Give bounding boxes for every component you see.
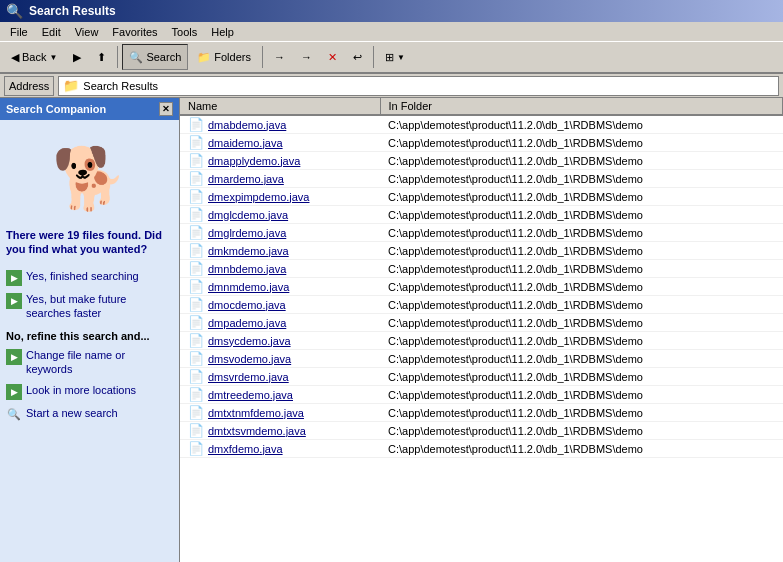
- table-header-row: Name In Folder: [180, 98, 783, 115]
- file-icon: 📄: [188, 333, 204, 348]
- file-name-cell: 📄dmardemo.java: [180, 170, 380, 188]
- menu-edit[interactable]: Edit: [36, 24, 67, 40]
- file-name-link[interactable]: dmaidemo.java: [208, 137, 283, 149]
- table-row[interactable]: 📄dmglrdemo.javaC:\app\demotest\product\1…: [180, 224, 783, 242]
- menu-favorites[interactable]: Favorites: [106, 24, 163, 40]
- file-name-link[interactable]: dmtxtnmfdemo.java: [208, 407, 304, 419]
- address-value: Search Results: [83, 80, 158, 92]
- menu-view[interactable]: View: [69, 24, 105, 40]
- option-look-more[interactable]: ▶ Look in more locations: [6, 383, 173, 400]
- file-name-link[interactable]: dmsvodemo.java: [208, 353, 291, 365]
- file-icon: 📄: [188, 225, 204, 240]
- table-row[interactable]: 📄dmnmdemo.javaC:\app\demotest\product\11…: [180, 278, 783, 296]
- menu-help[interactable]: Help: [205, 24, 240, 40]
- file-name-cell: 📄dmapplydemo.java: [180, 152, 380, 170]
- table-row[interactable]: 📄dmsvrdemo.javaC:\app\demotest\product\1…: [180, 368, 783, 386]
- back-button[interactable]: ◀ Back ▼: [4, 44, 64, 70]
- file-name-link[interactable]: dmtreedemo.java: [208, 389, 293, 401]
- folders-label: Folders: [214, 51, 251, 63]
- file-name-link[interactable]: dmsvrdemo.java: [208, 371, 289, 383]
- table-row[interactable]: 📄dmardemo.javaC:\app\demotest\product\11…: [180, 170, 783, 188]
- file-icon: 📄: [188, 405, 204, 420]
- address-field[interactable]: 📁 Search Results: [58, 76, 779, 96]
- file-folder-cell: C:\app\demotest\product\11.2.0\db_1\RDBM…: [380, 242, 783, 260]
- address-bar: Address 📁 Search Results: [0, 74, 783, 98]
- file-name-link[interactable]: dmkmdemo.java: [208, 245, 289, 257]
- file-name-link[interactable]: dmsycdemo.java: [208, 335, 291, 347]
- toolbar-separator-2: [262, 46, 263, 68]
- file-folder-cell: C:\app\demotest\product\11.2.0\db_1\RDBM…: [380, 260, 783, 278]
- file-name-link[interactable]: dmxfdemo.java: [208, 443, 283, 455]
- file-folder-cell: C:\app\demotest\product\11.2.0\db_1\RDBM…: [380, 115, 783, 134]
- file-name-cell: 📄dmnbdemo.java: [180, 260, 380, 278]
- file-icon: 📄: [188, 243, 204, 258]
- search-button[interactable]: 🔍 Search: [122, 44, 188, 70]
- file-icon: 📄: [188, 135, 204, 150]
- file-name-cell: 📄dmnmdemo.java: [180, 278, 380, 296]
- column-name[interactable]: Name: [180, 98, 380, 115]
- file-icon: 📄: [188, 153, 204, 168]
- folders-button[interactable]: 📁 Folders: [190, 44, 258, 70]
- undo-button[interactable]: ↩: [346, 44, 369, 70]
- file-name-link[interactable]: dmardemo.java: [208, 173, 284, 185]
- file-icon: 📄: [188, 261, 204, 276]
- table-row[interactable]: 📄dmpademo.javaC:\app\demotest\product\11…: [180, 314, 783, 332]
- menu-tools[interactable]: Tools: [166, 24, 204, 40]
- file-name-link[interactable]: dmnbdemo.java: [208, 263, 286, 275]
- table-row[interactable]: 📄dmtxtsvmdemo.javaC:\app\demotest\produc…: [180, 422, 783, 440]
- file-name-link[interactable]: dmnmdemo.java: [208, 281, 289, 293]
- table-row[interactable]: 📄dmsvodemo.javaC:\app\demotest\product\1…: [180, 350, 783, 368]
- file-folder-cell: C:\app\demotest\product\11.2.0\db_1\RDBM…: [380, 422, 783, 440]
- file-folder-cell: C:\app\demotest\product\11.2.0\db_1\RDBM…: [380, 368, 783, 386]
- file-name-link[interactable]: dmabdemo.java: [208, 119, 286, 131]
- table-row[interactable]: 📄dmtreedemo.javaC:\app\demotest\product\…: [180, 386, 783, 404]
- file-name-link[interactable]: dmapplydemo.java: [208, 155, 300, 167]
- file-name-link[interactable]: dmglrdemo.java: [208, 227, 286, 239]
- back-dropdown-icon: ▼: [49, 53, 57, 62]
- file-icon: 📄: [188, 369, 204, 384]
- file-name-link[interactable]: dmglcdemo.java: [208, 209, 288, 221]
- table-row[interactable]: 📄dmnbdemo.javaC:\app\demotest\product\11…: [180, 260, 783, 278]
- option-new-search[interactable]: 🔍 Start a new search: [6, 406, 173, 423]
- table-row[interactable]: 📄dmapplydemo.javaC:\app\demotest\product…: [180, 152, 783, 170]
- file-name-link[interactable]: dmexpimpdemo.java: [208, 191, 310, 203]
- file-name-link[interactable]: dmocdemo.java: [208, 299, 286, 311]
- companion-close-button[interactable]: ✕: [159, 102, 173, 116]
- table-row[interactable]: 📄dmxfdemo.javaC:\app\demotest\product\11…: [180, 440, 783, 458]
- copy-to-button[interactable]: →: [294, 44, 319, 70]
- option-change-name[interactable]: ▶ Change file name or keywords: [6, 348, 173, 377]
- companion-header: Search Companion ✕: [0, 98, 179, 120]
- move-to-button[interactable]: →: [267, 44, 292, 70]
- menu-file[interactable]: File: [4, 24, 34, 40]
- views-button[interactable]: ⊞ ▼: [378, 44, 412, 70]
- table-row[interactable]: 📄dmglcdemo.javaC:\app\demotest\product\1…: [180, 206, 783, 224]
- table-row[interactable]: 📄dmabdemo.javaC:\app\demotest\product\11…: [180, 115, 783, 134]
- table-row[interactable]: 📄dmsycdemo.javaC:\app\demotest\product\1…: [180, 332, 783, 350]
- table-row[interactable]: 📄dmocdemo.javaC:\app\demotest\product\11…: [180, 296, 783, 314]
- table-row[interactable]: 📄dmtxtnmfdemo.javaC:\app\demotest\produc…: [180, 404, 783, 422]
- up-button[interactable]: ⬆: [90, 44, 113, 70]
- option-look-more-text: Look in more locations: [26, 383, 136, 397]
- option-yes-faster-text: Yes, but make future searches faster: [26, 292, 173, 321]
- table-row[interactable]: 📄dmaidemo.javaC:\app\demotest\product\11…: [180, 134, 783, 152]
- search-icon: 🔍: [129, 51, 143, 64]
- file-folder-cell: C:\app\demotest\product\11.2.0\db_1\RDBM…: [380, 206, 783, 224]
- toolbar-separator-1: [117, 46, 118, 68]
- window-icon: 🔍: [6, 3, 23, 19]
- file-name-cell: 📄dmglrdemo.java: [180, 224, 380, 242]
- file-name-link[interactable]: dmpademo.java: [208, 317, 286, 329]
- table-row[interactable]: 📄dmexpimpdemo.javaC:\app\demotest\produc…: [180, 188, 783, 206]
- delete-button[interactable]: ✕: [321, 44, 344, 70]
- search-label: Search: [146, 51, 181, 63]
- file-folder-cell: C:\app\demotest\product\11.2.0\db_1\RDBM…: [380, 386, 783, 404]
- option-yes-finished[interactable]: ▶ Yes, finished searching: [6, 269, 173, 286]
- file-name-link[interactable]: dmtxtsvmdemo.java: [208, 425, 306, 437]
- option-arrow-icon-4: ▶: [6, 384, 22, 400]
- table-row[interactable]: 📄dmkmdemo.javaC:\app\demotest\product\11…: [180, 242, 783, 260]
- file-name-cell: 📄dmxfdemo.java: [180, 440, 380, 458]
- column-folder[interactable]: In Folder: [380, 98, 783, 115]
- option-yes-faster[interactable]: ▶ Yes, but make future searches faster: [6, 292, 173, 321]
- forward-button[interactable]: ▶: [66, 44, 88, 70]
- file-name-cell: 📄dmpademo.java: [180, 314, 380, 332]
- file-folder-cell: C:\app\demotest\product\11.2.0\db_1\RDBM…: [380, 134, 783, 152]
